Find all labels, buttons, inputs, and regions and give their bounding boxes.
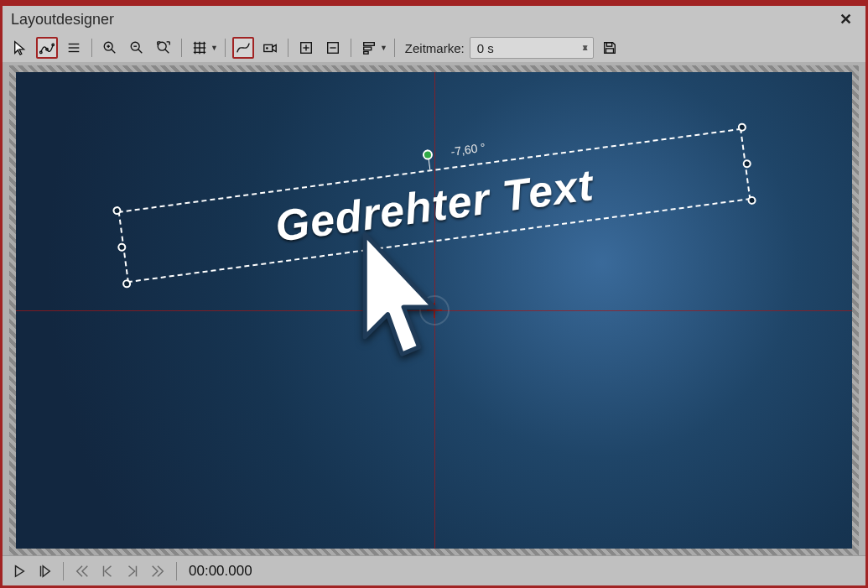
rotation-handle[interactable] [422, 149, 433, 160]
timemark-label: Zeitmarke: [405, 41, 465, 55]
select-tool[interactable] [9, 37, 31, 59]
step-back-button[interactable] [97, 561, 117, 581]
toolbar-separator [91, 39, 92, 57]
svg-line-11 [138, 49, 143, 54]
step-back-icon [100, 564, 115, 579]
center-pivot-handle[interactable] [419, 295, 450, 325]
toolbar-separator [288, 39, 288, 57]
playback-bar: 00:00.000 [3, 555, 865, 585]
grid-button[interactable] [189, 37, 211, 59]
svg-rect-29 [364, 43, 375, 46]
save-icon [602, 40, 617, 55]
dropdown-arrow-icon[interactable]: ▼ [380, 44, 387, 52]
text-object-content: Gedrehter Text [272, 159, 596, 252]
rewind-start-button[interactable] [72, 561, 92, 581]
toolbar-separator [351, 39, 351, 57]
rotation-readout: -7,60 ° [450, 140, 486, 158]
zoom-fit-icon [156, 40, 171, 55]
align-button[interactable] [358, 37, 380, 59]
play-step-icon [37, 564, 52, 579]
camera-button[interactable] [259, 37, 281, 59]
timecode-display: 00:00.000 [189, 563, 252, 580]
bezier-tool[interactable] [36, 37, 58, 59]
zoom-in-button[interactable] [99, 37, 121, 59]
curve-tool[interactable] [232, 37, 254, 59]
svg-rect-30 [364, 47, 372, 50]
remove-button[interactable] [322, 37, 344, 59]
play-step-button[interactable] [34, 561, 55, 581]
timemark-input[interactable]: 0 s ▲ ▼ [470, 37, 594, 59]
forward-end-button[interactable] [148, 561, 168, 581]
canvas-frame: -7,60 ° Gedrehter Text [9, 65, 859, 555]
svg-point-0 [40, 51, 43, 54]
svg-point-13 [158, 42, 166, 50]
svg-line-14 [165, 49, 169, 54]
canvas[interactable]: -7,60 ° Gedrehter Text [16, 72, 852, 549]
list-icon [66, 40, 81, 55]
window-title: Layoutdesigner [11, 11, 114, 29]
dropdown-arrow-icon[interactable]: ▼ [211, 44, 218, 52]
resize-handle[interactable] [122, 279, 131, 289]
layoutdesigner-window: Layoutdesigner ✕ ▼ [0, 0, 868, 588]
zoom-in-icon [102, 40, 117, 55]
add-button[interactable] [295, 37, 317, 59]
toolbar-separator [225, 39, 226, 57]
svg-rect-33 [606, 49, 613, 53]
zoom-out-button[interactable] [126, 37, 148, 59]
playbar-separator [176, 562, 177, 580]
toolbar-separator [181, 39, 182, 57]
zoom-fit-button[interactable] [153, 37, 174, 59]
plus-box-icon [299, 40, 314, 55]
bezier-icon [39, 40, 55, 55]
svg-rect-31 [364, 52, 368, 55]
timemark-value: 0 s [477, 41, 494, 55]
titlebar: Layoutdesigner ✕ [3, 6, 865, 34]
zoom-out-icon [129, 40, 144, 55]
minus-box-icon [325, 40, 340, 55]
curve-icon [236, 40, 251, 55]
camera-icon [262, 40, 278, 55]
play-icon [12, 564, 27, 579]
list-tool[interactable] [63, 37, 85, 59]
playbar-separator [63, 562, 64, 580]
toolbar-separator [394, 39, 395, 57]
save-button[interactable] [599, 37, 621, 59]
svg-rect-32 [606, 43, 611, 47]
rewind-start-icon [75, 564, 90, 579]
forward-end-icon [150, 564, 165, 579]
toolbar: ▼ ▼ Zeitmarke: 0 s ▲ ▼ [3, 34, 865, 62]
grid-icon [192, 40, 207, 55]
play-button[interactable] [9, 561, 29, 581]
align-icon [361, 40, 377, 55]
resize-handle[interactable] [746, 195, 756, 205]
close-button[interactable]: ✕ [834, 6, 857, 34]
step-forward-icon [125, 564, 140, 579]
step-forward-button[interactable] [122, 561, 143, 581]
svg-line-7 [112, 49, 116, 54]
cursor-arrow-icon [13, 40, 28, 55]
